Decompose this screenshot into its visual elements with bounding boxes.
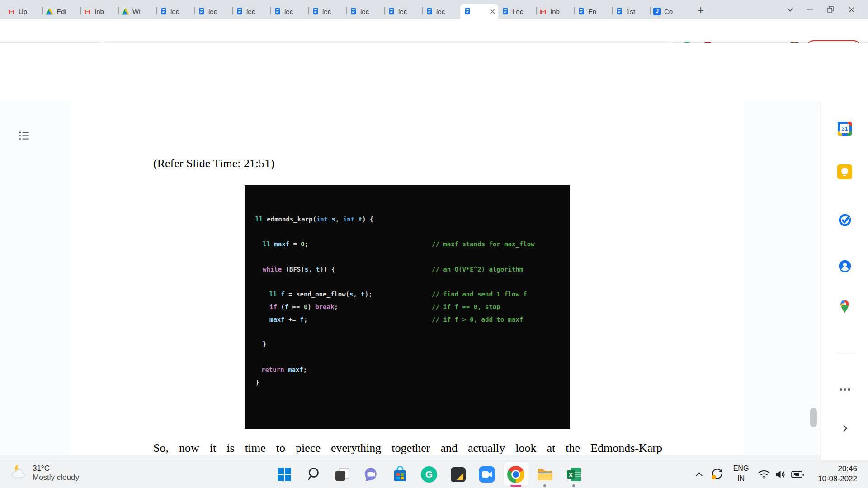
- tasks-app-icon[interactable]: [821, 213, 868, 227]
- browser-tab[interactable]: lec: [270, 4, 308, 19]
- code-comment: // if f > 0, add to maxf: [432, 315, 523, 324]
- browser-tab[interactable]: lec: [346, 4, 384, 19]
- show-document-outline-icon[interactable]: [17, 129, 31, 145]
- docs-icon: [425, 8, 433, 15]
- microsoft-store-button[interactable]: [386, 461, 415, 488]
- tab-title: En: [588, 8, 609, 15]
- grammarly-button[interactable]: G: [415, 461, 443, 488]
- taskbar-weather-widget[interactable]: 31°C Mostly cloudy: [9, 463, 79, 483]
- browser-tab[interactable]: Inb: [536, 4, 574, 19]
- browser-tab[interactable]: 1st: [612, 4, 650, 19]
- browser-tab[interactable]: Lec: [498, 4, 536, 19]
- weather-moon-cloud-icon: [9, 463, 28, 483]
- browser-tab[interactable]: Up: [5, 4, 42, 19]
- maximize-button[interactable]: [820, 0, 841, 19]
- zoom-app-button[interactable]: [472, 461, 501, 488]
- browser-tab[interactable]: lec: [156, 4, 194, 19]
- more-side-panel-apps-icon[interactable]: [821, 388, 868, 391]
- tab-title: Wi: [132, 8, 153, 15]
- weather-description: Mostly cloudy: [33, 473, 79, 482]
- tab-title: lec: [208, 8, 229, 15]
- keep-app-icon[interactable]: [821, 164, 868, 179]
- tab-title: Inb: [550, 8, 571, 15]
- document-bottom-strip: [0, 455, 821, 460]
- docs-icon: [577, 8, 585, 15]
- tab-title: lec: [322, 8, 343, 15]
- onedrive-sync-icon[interactable]: [710, 467, 723, 482]
- task-view-button[interactable]: [328, 461, 357, 488]
- gmail-icon: [84, 8, 91, 15]
- teams-chat-button[interactable]: [357, 461, 386, 488]
- language-indicator[interactable]: ENGIN: [731, 464, 750, 483]
- browser-tab[interactable]: lec: [308, 4, 346, 19]
- zoom-camera-icon: [479, 466, 495, 483]
- docs-icon: [274, 8, 281, 15]
- excel-taskbar-button[interactable]: X: [559, 461, 588, 488]
- search-icon: [306, 467, 321, 482]
- folder-icon: [537, 468, 553, 482]
- taskbar-search-button[interactable]: [299, 461, 328, 488]
- window-controls: [781, 0, 862, 19]
- contacts-app-icon[interactable]: [821, 259, 868, 273]
- maps-app-icon[interactable]: [821, 300, 868, 314]
- tab-strip-tabs: UpEdiInbWileclecleclecleclecleclecLecInb…: [5, 0, 688, 19]
- browser-tab[interactable]: En: [574, 4, 612, 19]
- docs-icon: [311, 8, 319, 15]
- close-window-button[interactable]: [841, 0, 862, 19]
- tray-date: 10-08-2022: [796, 474, 857, 484]
- browser-tab-active[interactable]: [460, 4, 498, 19]
- j-site-icon: J: [653, 8, 661, 15]
- browser-tab[interactable]: Wi: [118, 4, 156, 19]
- grammarly-icon: G: [421, 466, 437, 483]
- docs-icon: [349, 8, 357, 15]
- docs-header: lec45 .DOC FileEditViewToolsHelp Request…: [0, 43, 868, 102]
- taskbar-app-icons: G X: [270, 461, 588, 488]
- sticky-notes-button[interactable]: [443, 461, 472, 488]
- chrome-icon: [507, 466, 524, 483]
- start-button[interactable]: [270, 461, 299, 488]
- code-line: ll edmonds_karp(int s, int t) {: [255, 215, 373, 223]
- chat-icon: [363, 466, 379, 483]
- tab-title: Inb: [94, 8, 115, 15]
- windows-taskbar: 31°C Mostly cloudy G X ENGIN: [0, 460, 868, 488]
- calendar-app-icon[interactable]: 31: [821, 122, 868, 136]
- drive-icon: [122, 8, 129, 15]
- minimize-button[interactable]: [799, 0, 820, 19]
- code-line: ll maxf = 0;: [263, 240, 308, 248]
- taskbar-clock[interactable]: 20:4610-08-2022: [796, 464, 857, 484]
- volume-icon[interactable]: [775, 469, 786, 481]
- document-page[interactable]: (Refer Slide Time: 21:51) ll edmonds_kar…: [70, 102, 745, 460]
- code-comment: // maxf stands for max_flow: [432, 240, 535, 248]
- gmail-icon: [8, 8, 15, 15]
- new-tab-button[interactable]: +: [693, 3, 708, 17]
- refer-slide-time-text: (Refer Slide Time: 21:51): [153, 157, 274, 170]
- tab-search-chevron-icon[interactable]: [781, 0, 799, 19]
- browser-tab[interactable]: JCo: [650, 4, 688, 19]
- code-line: maxf += f;: [269, 315, 307, 324]
- task-view-icon: [335, 467, 350, 482]
- code-line: }: [263, 340, 266, 348]
- hide-side-panel-chevron-icon[interactable]: [821, 422, 868, 434]
- tab-title: lec: [246, 8, 267, 15]
- file-explorer-button[interactable]: [530, 461, 559, 488]
- browser-tab[interactable]: Inb: [80, 4, 118, 19]
- vertical-scrollbar-thumb[interactable]: [810, 408, 817, 427]
- browser-tab[interactable]: lec: [422, 4, 460, 19]
- code-line: return maxf;: [261, 366, 307, 374]
- tab-title: lec: [436, 8, 457, 15]
- docs-icon: [463, 8, 471, 15]
- tab-close-icon[interactable]: [490, 9, 495, 14]
- browser-tab[interactable]: lec: [232, 4, 270, 19]
- browser-tab[interactable]: lec: [194, 4, 232, 19]
- browser-tab[interactable]: lec: [384, 4, 422, 19]
- wifi-icon[interactable]: [758, 470, 770, 481]
- svg-text:X: X: [568, 471, 573, 479]
- browser-tab[interactable]: Edi: [42, 4, 80, 19]
- tab-title: lec: [284, 8, 305, 15]
- chrome-taskbar-button[interactable]: [501, 461, 530, 488]
- tray-chevron-up-icon[interactable]: [695, 470, 703, 479]
- tab-title: 1st: [626, 8, 647, 15]
- excel-icon: X: [566, 467, 581, 482]
- browser-toolbar: docs.google.com/document/d/1USoUxy1Gzoy3…: [0, 19, 868, 43]
- docs-icon: [387, 8, 395, 15]
